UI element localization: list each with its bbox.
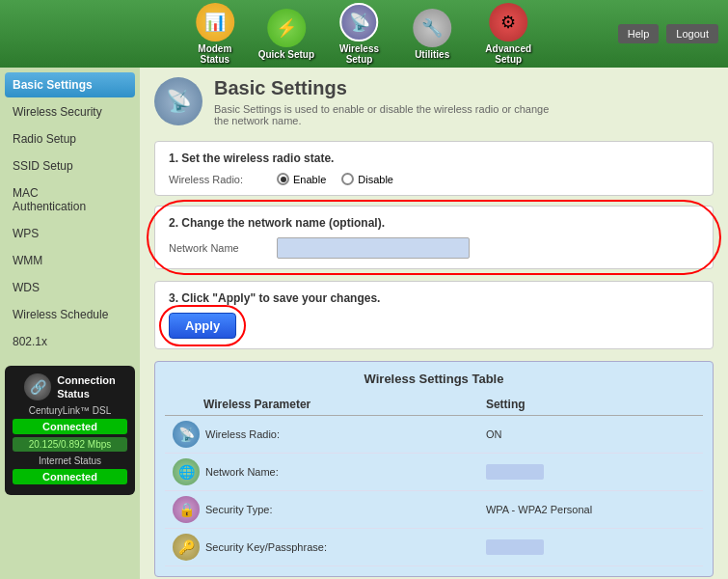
- internet-status-label: Internet Status: [13, 455, 127, 466]
- step2-title: 2. Change the network name (optional).: [169, 216, 699, 230]
- wst-net-icon: 🌐: [173, 458, 200, 485]
- nav-modem[interactable]: 📊 Modem Status: [182, 3, 248, 65]
- table-row: 🔒 Security Type: WPA - WPA2 Personal: [165, 491, 703, 529]
- page-icon: 📡: [154, 77, 202, 125]
- wst-key-value-badge: [486, 539, 544, 555]
- step2-form-row: Network Name: [169, 237, 699, 259]
- main-layout: Basic Settings Wireless Security Radio S…: [0, 68, 728, 579]
- section-step1: 1. Set the wireless radio state. Wireles…: [154, 141, 714, 196]
- radio-disable-label: Disable: [358, 174, 393, 185]
- table-row: 🌐 Network Name:: [165, 454, 703, 491]
- connection-connected-badge: Connected: [13, 419, 127, 434]
- radio-enable-dot[interactable]: [277, 173, 289, 185]
- connection-brand: CenturyLink™ DSL: [13, 405, 127, 416]
- page-header: 📡 Basic Settings Basic Settings is used …: [154, 77, 714, 126]
- wst-col1-header: Wireless Parameter: [165, 394, 478, 416]
- network-name-label: Network Name: [169, 242, 265, 254]
- apply-button[interactable]: Apply: [169, 313, 236, 339]
- wst-value-key: [478, 529, 703, 566]
- nav-wireless[interactable]: 📡 Wireless Setup: [325, 3, 393, 65]
- wireless-settings-table: Wireless Settings Table Wireless Paramet…: [154, 361, 714, 577]
- sidebar-item-wireless-security[interactable]: Wireless Security: [5, 99, 135, 124]
- wst-network-value-badge: [486, 464, 544, 480]
- top-bar: 📊 Modem Status ⚡ Quick Setup 📡 Wireless …: [0, 0, 728, 68]
- section-step3: 3. Click "Apply" to save your changes. A…: [154, 281, 714, 349]
- content-area: 📡 Basic Settings Basic Settings is used …: [140, 68, 728, 579]
- radio-disable[interactable]: Disable: [341, 173, 393, 185]
- wst-value-network: [478, 454, 703, 491]
- wst-param-radio-label: Wireless Radio:: [205, 428, 280, 440]
- connection-title: ConnectionStatus: [57, 373, 116, 401]
- connection-speed: 20.125/0.892 Mbps: [13, 437, 127, 452]
- wst-radio-icon: 📡: [173, 421, 200, 448]
- connection-status-box: 🔗 ConnectionStatus CenturyLink™ DSL Conn…: [5, 366, 135, 495]
- wst-sec-icon: 🔒: [173, 496, 200, 523]
- nav-advanced-label: Advanced Setup: [471, 43, 546, 65]
- sidebar-item-ssid-setup[interactable]: SSID Setup: [5, 153, 135, 179]
- internet-connected-badge: Connected: [13, 469, 127, 484]
- apply-button-wrapper: Apply: [169, 313, 236, 339]
- wst-param-network: 🌐 Network Name:: [165, 454, 478, 491]
- quick-icon: ⚡: [267, 9, 306, 47]
- nav-modem-label: Modem Status: [182, 43, 248, 65]
- radio-group: Enable Disable: [277, 173, 393, 185]
- sidebar-item-wds[interactable]: WDS: [5, 275, 135, 300]
- sidebar-item-wmm[interactable]: WMM: [5, 248, 135, 273]
- wireless-icon: 📡: [340, 3, 379, 41]
- table-row: 📡 Wireless Radio: ON: [165, 416, 703, 454]
- nav-wireless-label: Wireless Setup: [325, 43, 393, 65]
- step1-title: 1. Set the wireless radio state.: [169, 152, 699, 165]
- page-description: Basic Settings is used to enable or disa…: [214, 103, 552, 126]
- sidebar-item-8021x[interactable]: 802.1x: [5, 329, 135, 354]
- sidebar-item-radio-setup[interactable]: Radio Setup: [5, 126, 135, 152]
- nav-quick[interactable]: ⚡ Quick Setup: [257, 9, 315, 60]
- page-title: Basic Settings: [214, 77, 552, 99]
- nav-utilities-label: Utilities: [415, 49, 449, 60]
- logout-button[interactable]: Logout: [666, 24, 718, 43]
- page-header-text: Basic Settings Basic Settings is used to…: [214, 77, 552, 126]
- connection-icon: 🔗: [24, 373, 51, 400]
- network-name-input[interactable]: [277, 237, 470, 259]
- table-row: 🔑 Security Key/Passphrase:: [165, 529, 703, 566]
- section-step2-wrapper: 2. Change the network name (optional). N…: [154, 206, 714, 269]
- wst-header-row: Wireless Parameter Setting: [165, 394, 703, 416]
- sidebar-item-wireless-schedule[interactable]: Wireless Schedule: [5, 302, 135, 327]
- advanced-icon: ⚙: [489, 3, 527, 41]
- modem-icon: 📊: [196, 3, 234, 41]
- wst-param-security-label: Security Type:: [205, 504, 273, 515]
- wst-param-network-label: Network Name:: [205, 466, 279, 478]
- wst-param-security: 🔒 Security Type:: [165, 491, 478, 529]
- wst-param-radio: 📡 Wireless Radio:: [165, 416, 478, 454]
- radio-enable[interactable]: Enable: [277, 173, 326, 185]
- wst-title: Wireless Settings Table: [165, 372, 703, 386]
- wst-value-security: WPA - WPA2 Personal: [478, 491, 703, 529]
- nav-quick-label: Quick Setup: [258, 49, 314, 60]
- top-nav: 📊 Modem Status ⚡ Quick Setup 📡 Wireless …: [182, 3, 547, 65]
- utilities-icon: 🔧: [413, 9, 451, 47]
- sidebar-item-wps[interactable]: WPS: [5, 221, 135, 246]
- sidebar: Basic Settings Wireless Security Radio S…: [0, 68, 140, 579]
- wst-col2-header: Setting: [478, 394, 703, 416]
- sidebar-item-basic-settings[interactable]: Basic Settings: [5, 72, 135, 97]
- nav-advanced[interactable]: ⚙ Advanced Setup: [471, 3, 546, 65]
- top-bar-right: Help Logout: [618, 24, 718, 43]
- step3-title: 3. Click "Apply" to save your changes.: [169, 291, 699, 305]
- section-step2: 2. Change the network name (optional). N…: [154, 206, 714, 269]
- wireless-radio-label: Wireless Radio:: [169, 174, 265, 185]
- sidebar-item-mac-authentication[interactable]: MACAuthentication: [5, 180, 135, 219]
- wst-key-icon: 🔑: [173, 534, 200, 561]
- nav-utilities[interactable]: 🔧 Utilities: [403, 9, 461, 60]
- wst-value-radio: ON: [478, 416, 703, 454]
- radio-disable-dot[interactable]: [341, 173, 354, 185]
- wst-param-key: 🔑 Security Key/Passphrase:: [165, 529, 478, 566]
- step1-form-row: Wireless Radio: Enable Disable: [169, 173, 699, 185]
- help-button[interactable]: Help: [618, 24, 660, 43]
- wst-table: Wireless Parameter Setting 📡 Wireless Ra…: [165, 394, 703, 566]
- radio-enable-label: Enable: [293, 174, 326, 185]
- wst-param-key-label: Security Key/Passphrase:: [205, 541, 327, 553]
